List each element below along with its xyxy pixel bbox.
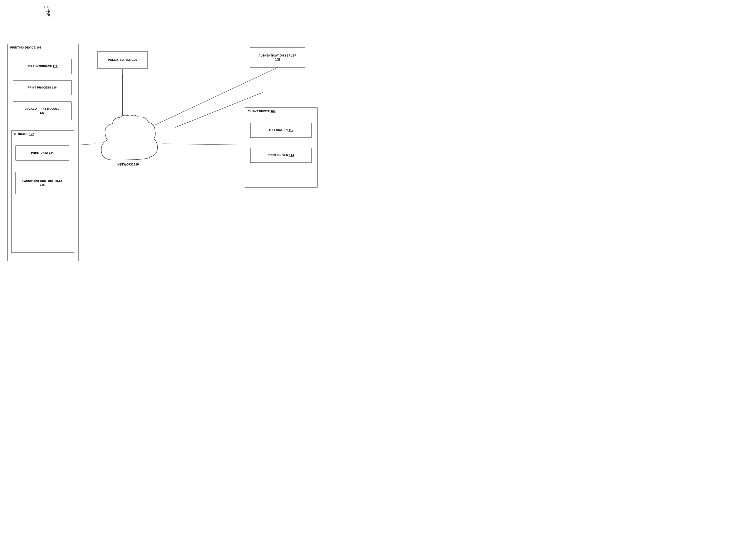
svg-marker-7: [47, 14, 50, 17]
application-box: APPLICATION 112: [250, 123, 311, 138]
storage-box: STORAGE 122 PRINT DATA 124 PASSWORD CONT…: [12, 130, 74, 253]
printing-device-title: PRINTING DEVICE 102: [10, 46, 41, 49]
diagram-ref-label: 100: [44, 4, 51, 18]
client-device-title: CLIENT DEVICE 104: [248, 110, 276, 113]
print-process-box: PRINT PROCESS 118: [13, 80, 72, 95]
authentication-server-box: AUTHENTICATION SERVER108: [250, 47, 305, 67]
storage-title: STORAGE 122: [14, 133, 34, 136]
user-interface-box: USER INTERFACE 116: [13, 59, 72, 74]
svg-line-11: [162, 144, 245, 145]
password-control-data-box: PASSWORD CONTROL DATA126: [16, 172, 69, 194]
network-cloud: NETWORK 110: [94, 113, 162, 175]
policy-server-box: POLICY SERVER 106: [98, 51, 147, 69]
client-device-box: CLIENT DEVICE 104 APPLICATION 112 PRINT …: [245, 107, 318, 187]
print-data-box: PRINT DATA 124: [16, 145, 69, 160]
diagram: 100 PRINTING DEVICE 102 USER INTERFACE 1…: [0, 0, 376, 280]
locked-print-module-box: LOCKED PRINT MODULE120: [13, 101, 72, 120]
printing-device-box: PRINTING DEVICE 102 USER INTERFACE 116 P…: [7, 44, 79, 261]
print-driver-box: PRINT DRIVER 114: [250, 148, 311, 163]
